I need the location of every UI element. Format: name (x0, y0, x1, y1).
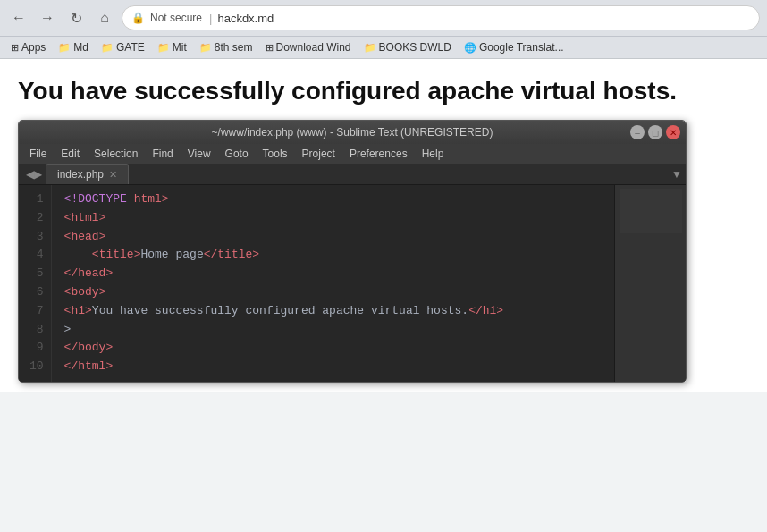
continuation-gt: > (64, 323, 72, 336)
html-end-close: > (105, 359, 113, 373)
sublime-menubar: File Edit Selection Find View Goto Tools… (19, 144, 686, 164)
head-end-bracket: </ (64, 266, 79, 280)
md-icon: 📁 (58, 42, 71, 54)
line-num-9: 9 (30, 339, 44, 358)
line-num-8: 8 (30, 321, 44, 340)
editor-area[interactable]: 1 2 3 4 5 6 7 8 9 10 <!DOCTYPE html> <ht… (19, 185, 686, 382)
forward-button[interactable]: → (36, 6, 59, 30)
bookmark-googletranslate[interactable]: 🌐 Google Translat... (459, 39, 569, 55)
mit-icon: 📁 (157, 42, 170, 54)
nav-bar: ← → ↻ ⌂ 🔒 Not secure | hackdx.md (0, 0, 767, 37)
tab-label: index.php (57, 168, 104, 181)
bookmark-md-label: Md (73, 41, 88, 54)
head-tag: head (71, 230, 98, 243)
doctype-keyword: <!DOCTYPE (64, 192, 134, 206)
h1-tag: h1 (71, 304, 85, 317)
menu-view[interactable]: View (181, 146, 218, 162)
sublime-text-window: ~/www/index.php (www) - Sublime Text (UN… (18, 120, 687, 383)
home-button[interactable]: ⌂ (93, 6, 116, 30)
bookmark-apps[interactable]: ⊞ Apps (5, 39, 51, 55)
refresh-button[interactable]: ↻ (64, 6, 88, 30)
tab-nav-arrows[interactable]: ◀▶ (22, 165, 46, 184)
line-num-1: 1 (30, 190, 44, 209)
close-button[interactable]: ✕ (666, 125, 680, 139)
bookmark-mit-label: Mit (173, 41, 187, 54)
html-close-bracket: > (99, 211, 106, 224)
html-end-bracket: </ (64, 359, 79, 373)
title-end-tag: title (217, 248, 252, 261)
bookmark-mit[interactable]: 📁 Mit (152, 39, 192, 55)
menu-project[interactable]: Project (295, 146, 342, 162)
bookmark-apps-label: Apps (21, 41, 46, 54)
bookmark-gate-label: GATE (116, 41, 145, 54)
menu-edit[interactable]: Edit (54, 146, 87, 162)
h1-end-bracket: </ (468, 304, 483, 317)
minimap (614, 185, 686, 382)
sublime-titlebar: ~/www/index.php (www) - Sublime Text (UN… (19, 121, 686, 144)
url-text: hackdx.md (217, 12, 274, 25)
window-controls: – ◻ ✕ (630, 125, 680, 139)
line-num-5: 5 (30, 265, 44, 283)
menu-selection[interactable]: Selection (87, 146, 145, 162)
bookmark-md[interactable]: 📁 Md (53, 39, 94, 55)
body-tag: body (71, 285, 98, 299)
bookmark-downloadwind[interactable]: ⊞ Download Wind (260, 39, 357, 55)
booksdwld-icon: 📁 (364, 42, 376, 54)
not-secure-label: Not secure (150, 12, 202, 24)
h1-end-tag: h1 (483, 304, 497, 317)
body-end-bracket: </ (64, 341, 79, 354)
tab-bar: ◀▶ index.php ✕ ▼ (19, 164, 686, 185)
h1-end-close: > (496, 304, 503, 317)
address-bar[interactable]: 🔒 Not secure | hackdx.md (122, 5, 760, 30)
page-heading: You have successfully configured apache … (18, 77, 749, 106)
menu-preferences[interactable]: Preferences (342, 146, 415, 162)
h1-content: You have successfully configured apache … (92, 304, 468, 317)
doctype-html: html (134, 192, 162, 206)
line-num-6: 6 (30, 283, 44, 302)
head-end-close: > (105, 266, 113, 280)
tab-indexphp[interactable]: index.php ✕ (46, 164, 129, 184)
minimize-button[interactable]: – (630, 125, 645, 139)
body-end-tag: body (78, 341, 105, 354)
title-end-close: > (252, 248, 259, 261)
title-open-bracket: < (92, 248, 99, 261)
menu-help[interactable]: Help (415, 146, 451, 162)
minimap-content (620, 189, 682, 233)
lock-icon: 🔒 (131, 12, 145, 24)
tab-close-icon[interactable]: ✕ (109, 169, 117, 181)
title-end-bracket: </ (204, 248, 218, 261)
menu-find[interactable]: Find (145, 146, 180, 162)
bookmark-booksdwld[interactable]: 📁 BOOKS DWLD (358, 39, 457, 55)
menu-file[interactable]: File (22, 146, 54, 162)
bookmark-8thsem[interactable]: 📁 8th sem (194, 39, 258, 55)
bookmarks-bar: ⊞ Apps 📁 Md 📁 GATE 📁 Mit 📁 8th sem ⊞ Dow… (0, 37, 767, 59)
bookmark-downloadwind-label: Download Wind (276, 41, 351, 54)
title-text: Home page (140, 248, 203, 261)
bookmark-gate[interactable]: 📁 GATE (96, 39, 150, 55)
menu-tools[interactable]: Tools (256, 146, 295, 162)
line-num-7: 7 (30, 302, 44, 321)
tab-dropdown-icon[interactable]: ▼ (668, 165, 686, 184)
back-button[interactable]: ← (7, 6, 30, 30)
code-editor[interactable]: <!DOCTYPE html> <html> <head> <title>Hom… (52, 185, 614, 382)
bookmark-8thsem-label: 8th sem (215, 41, 253, 54)
head-close-bracket: > (99, 230, 106, 243)
menu-goto[interactable]: Goto (218, 146, 256, 162)
html-tag: html (71, 211, 98, 224)
bookmark-googletranslate-label: Google Translat... (479, 41, 564, 54)
address-separator: | (209, 12, 212, 25)
maximize-button[interactable]: ◻ (648, 125, 662, 139)
doctype-close: > (162, 192, 169, 206)
sublime-title-text: ~/www/index.php (www) - Sublime Text (UN… (212, 126, 493, 139)
line-num-2: 2 (30, 209, 44, 228)
h1-bracket-close: > (85, 304, 92, 317)
line-num-10: 10 (30, 358, 44, 376)
body-end-close: > (105, 341, 113, 354)
googletranslate-icon: 🌐 (464, 42, 476, 54)
line-num-4: 4 (30, 246, 44, 265)
downloadwind-icon: ⊞ (266, 42, 274, 54)
apps-icon: ⊞ (11, 42, 19, 54)
body-close-bracket: > (99, 285, 106, 299)
8thsem-icon: 📁 (199, 42, 212, 54)
title-tag: title (99, 248, 134, 261)
